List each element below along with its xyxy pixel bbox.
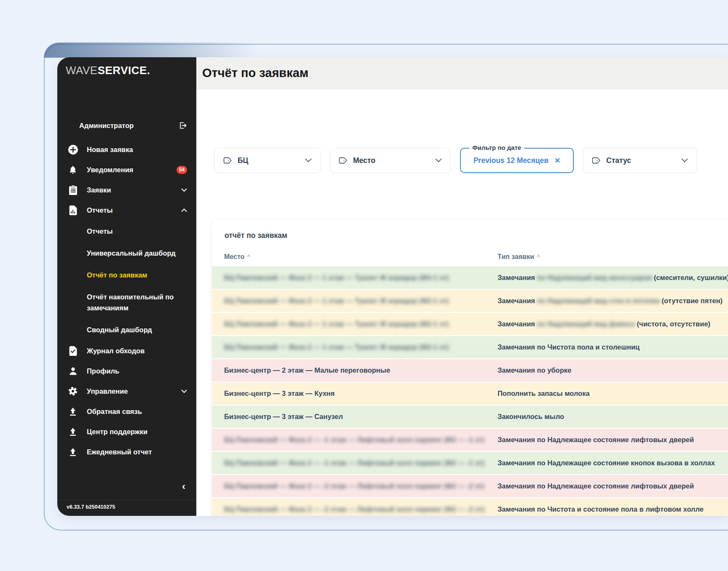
- table-row[interactable]: БЦ Павловский — Фаза 2 — 1 этаж — Туалет…: [212, 267, 728, 290]
- sidebar-subitem-label: Универсальный дашборд: [87, 248, 186, 259]
- table-row[interactable]: Бизнес-центр — 3 этаж — СанузелЗакончило…: [212, 406, 728, 429]
- chevron-up-icon: [181, 208, 187, 212]
- sidebar-subitem-request-report-active[interactable]: Отчёт по заявкам: [57, 264, 196, 286]
- table-row[interactable]: БЦ Павловский — Фаза 2 — -2 этаж — Лифто…: [212, 498, 728, 516]
- table-row[interactable]: Бизнес-центр — 3 этаж — КухняПополнить з…: [212, 382, 728, 406]
- table-row[interactable]: БЦ Павловский — Фаза 2 — -1 этаж — Лифто…: [212, 452, 728, 475]
- column-header-place[interactable]: Место^: [212, 253, 498, 261]
- sidebar-subitem-universal-dashboard[interactable]: Универсальный дашборд: [57, 242, 196, 264]
- sidebar-item-management[interactable]: Управление: [57, 381, 196, 401]
- cell-request-type: Замечания по Надлежащее состояние кнопок…: [498, 459, 728, 467]
- upload-icon: [67, 406, 78, 417]
- table-row[interactable]: Бизнес-центр — 2 этаж — Малые переговорн…: [212, 359, 728, 382]
- cell-request-type: Замечания по Надлежащее состояние лифтов…: [498, 436, 728, 444]
- report-table-card: отчёт по заявкам Место^ Тип заявки^ БЦ П…: [212, 219, 728, 516]
- tag-icon: [223, 157, 232, 164]
- filter-chip-label: Статус: [606, 156, 631, 165]
- sidebar-item-label: Ежедневный отчет: [87, 448, 152, 456]
- filter-chip-place[interactable]: Место: [330, 148, 451, 173]
- sidebar-subitem-cumulative-report[interactable]: Отчёт накопительный по замечаниям: [57, 286, 196, 319]
- filter-chip-date-active[interactable]: Фильтр по дате Previous 12 Месяцев ✕: [460, 148, 574, 173]
- sort-caret-icon: ^: [537, 253, 540, 260]
- table-row[interactable]: БЦ Павловский — Фаза 2 — -2 этаж — Лифто…: [212, 475, 728, 498]
- chevron-down-icon: [181, 390, 187, 393]
- report-document-icon: [67, 205, 78, 216]
- app-window: WAVESERVICE. Администратор Новая заявка: [57, 57, 728, 516]
- sidebar-subitem-label: Сводный дашборд: [87, 324, 186, 335]
- sidebar-item-support-center[interactable]: Центр поддержки: [57, 422, 196, 442]
- date-filter-legend: Фильтр по дате: [469, 144, 524, 151]
- content-area: БЦ Место Фильтр по дате Pre: [196, 89, 728, 516]
- logo-service: SERVICE.: [98, 64, 150, 77]
- table-body: БЦ Павловский — Фаза 2 — 1 этаж — Туалет…: [212, 267, 728, 516]
- sort-caret-icon: ^: [247, 253, 250, 260]
- sidebar-item-new-request[interactable]: Новая заявка: [57, 139, 196, 160]
- table-title: отчёт по заявкам: [212, 219, 728, 240]
- cell-place: Бизнес-центр — 3 этаж — Санузел: [212, 413, 498, 421]
- sidebar-item-notifications[interactable]: Уведомления 54: [57, 160, 196, 180]
- clear-date-filter-icon[interactable]: ✕: [554, 156, 560, 165]
- cell-request-type: Закончилось мыло: [498, 413, 728, 421]
- cell-request-type: Замечания по Надлежащий вид стен и потол…: [498, 297, 728, 305]
- user-name: Администратор: [79, 122, 134, 130]
- gear-icon: [67, 386, 78, 397]
- table-row[interactable]: БЦ Павловский — Фаза 2 — 1 этаж — Туалет…: [212, 336, 728, 359]
- sidebar-item-label: Заявки: [87, 186, 111, 194]
- logout-icon[interactable]: [179, 121, 187, 130]
- tag-icon: [339, 157, 348, 164]
- cell-request-type: Замечания по уборке: [498, 366, 728, 374]
- page-title: Отчёт по заявкам: [202, 66, 308, 80]
- sidebar-item-requests[interactable]: Заявки: [57, 180, 196, 200]
- sidebar-subitem-reports[interactable]: Отчеты: [57, 220, 196, 242]
- sidebar-item-label: Центр поддержки: [87, 428, 147, 436]
- notifications-badge: 54: [177, 166, 187, 174]
- column-header-request-type[interactable]: Тип заявки^: [498, 253, 728, 261]
- sidebar-item-label: Управление: [87, 387, 128, 395]
- sidebar-item-feedback[interactable]: Обратная связь: [57, 401, 196, 422]
- cell-place: БЦ Павловский — Фаза 2 — 1 этаж — Туалет…: [212, 297, 498, 305]
- table-row[interactable]: БЦ Павловский — Фаза 2 — 1 этаж — Туалет…: [212, 313, 728, 336]
- sidebar-item-reports[interactable]: Отчеты: [57, 200, 196, 220]
- sidebar-item-label: Отчеты: [87, 206, 113, 214]
- sidebar: WAVESERVICE. Администратор Новая заявка: [57, 57, 196, 516]
- person-icon: [67, 366, 78, 376]
- upload-icon: [67, 446, 78, 457]
- cell-request-type: Замечания по Чистота и состояние пола в …: [498, 505, 728, 513]
- table-header-row: Место^ Тип заявки^: [212, 248, 728, 267]
- sidebar-item-label: Профиль: [87, 367, 119, 375]
- cell-place: Бизнес-центр — 3 этаж — Кухня: [212, 390, 498, 398]
- cell-place: БЦ Павловский — Фаза 2 — 1 этаж — Туалет…: [212, 274, 498, 282]
- sidebar-item-label: Новая заявка: [87, 146, 133, 154]
- cell-request-type: Замечания по Чистота пола и столешниц: [498, 343, 728, 351]
- filter-chip-status[interactable]: Статус: [583, 148, 697, 173]
- table-row[interactable]: БЦ Павловский — Фаза 2 — 1 этаж — Туалет…: [212, 290, 728, 313]
- cell-place: БЦ Павловский — Фаза 2 — -1 этаж — Лифто…: [212, 436, 498, 444]
- chevron-down-icon: [305, 158, 312, 163]
- collapse-sidebar-icon[interactable]: ‹: [182, 481, 185, 491]
- sidebar-item-profile[interactable]: Профиль: [57, 361, 196, 381]
- topbar: Отчёт по заявкам: [196, 57, 728, 89]
- bell-icon: [67, 164, 78, 175]
- cell-place: Бизнес-центр — 2 этаж — Малые переговорн…: [212, 366, 498, 374]
- cell-place: БЦ Павловский — Фаза 2 — 1 этаж — Туалет…: [212, 320, 498, 328]
- tag-icon: [592, 157, 601, 164]
- table-row[interactable]: БЦ Павловский — Фаза 2 — -1 этаж — Лифто…: [212, 429, 728, 452]
- sidebar-subitem-label: Отчёт накопительный по замечаниям: [87, 291, 186, 314]
- cell-place: БЦ Павловский — Фаза 2 — 1 этаж — Туалет…: [212, 343, 498, 351]
- main-area: Отчёт по заявкам БЦ Место: [196, 57, 728, 516]
- filter-chip-bc[interactable]: БЦ: [214, 148, 321, 173]
- cell-place: БЦ Павловский — Фаза 2 — -2 этаж — Лифто…: [212, 505, 498, 513]
- clipboard-icon: [67, 184, 78, 195]
- date-filter-value: Previous 12 Месяцев: [474, 156, 549, 165]
- app-version: v6.33.7 b250410275: [57, 500, 196, 516]
- sidebar-subitem-summary-dashboard[interactable]: Сводный дашборд: [57, 319, 196, 341]
- window-top-glow-decoration: [44, 43, 318, 58]
- sidebar-item-daily-report[interactable]: Ежедневный отчет: [57, 442, 196, 462]
- filter-chip-label: БЦ: [238, 156, 248, 165]
- sidebar-item-inspection-log[interactable]: Журнал обходов: [57, 341, 196, 361]
- sidebar-item-label: Обратная связь: [87, 408, 142, 416]
- logo-wave: WAVE: [66, 64, 98, 77]
- document-check-icon: [67, 345, 78, 356]
- filter-chip-label: Место: [353, 156, 375, 165]
- sidebar-item-label: Журнал обходов: [87, 347, 145, 355]
